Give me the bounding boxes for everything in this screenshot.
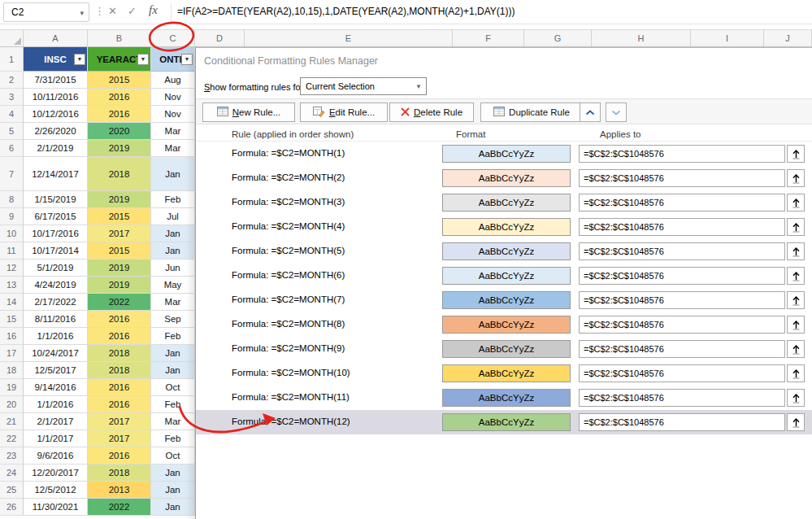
row-header[interactable]: 24 bbox=[0, 464, 24, 482]
cell-date[interactable]: 5/1/2019 bbox=[24, 260, 88, 277]
cell-year[interactable]: 2015 bbox=[88, 72, 151, 89]
scope-dropdown[interactable]: Current Selection ▼ bbox=[300, 77, 427, 95]
filter-button-yearact[interactable]: ▼ bbox=[137, 54, 149, 65]
row-header[interactable]: 25 bbox=[0, 482, 24, 499]
column-header-b[interactable]: B bbox=[88, 30, 151, 46]
cell-month[interactable]: Jan bbox=[151, 482, 195, 499]
row-header[interactable]: 16 bbox=[0, 328, 24, 345]
rule-row[interactable]: Formula: =$C2=MONTH(10) AaBbCcYyZz =$C$2… bbox=[196, 361, 812, 386]
cell-year[interactable]: 2019 bbox=[88, 140, 151, 157]
row-header[interactable]: 11 bbox=[0, 242, 24, 260]
row-header[interactable]: 15 bbox=[0, 311, 24, 328]
cell-month[interactable]: May bbox=[151, 277, 195, 294]
cell-header-month[interactable]: ONTH ▼ bbox=[151, 47, 195, 72]
cell-year[interactable]: 2019 bbox=[88, 191, 151, 208]
cell-month[interactable]: Aug bbox=[151, 72, 195, 89]
cell-date[interactable]: 1/1/2017 bbox=[24, 430, 88, 447]
cell-year[interactable]: 2017 bbox=[88, 225, 151, 242]
cell-date[interactable]: 8/11/2016 bbox=[24, 311, 88, 328]
column-header-e[interactable]: E bbox=[245, 30, 453, 46]
column-header-g[interactable]: G bbox=[524, 30, 592, 46]
delete-rule-button[interactable]: Delete Rule bbox=[389, 102, 474, 122]
column-header-j[interactable]: J bbox=[764, 30, 812, 46]
edit-rule-button[interactable]: Edit Rule... bbox=[300, 102, 388, 122]
formula-bar-splitter-icon[interactable]: ⋮ bbox=[94, 5, 105, 17]
row-header[interactable]: 2 bbox=[0, 72, 24, 89]
applies-to-input[interactable]: =$C$2:$C$1048576 bbox=[579, 145, 785, 163]
cell-year[interactable]: 2022 bbox=[88, 294, 151, 311]
column-header-a[interactable]: A bbox=[24, 30, 88, 46]
cell-date[interactable]: 12/5/2017 bbox=[24, 362, 88, 379]
cell-month[interactable]: Jan bbox=[151, 225, 195, 242]
rule-row[interactable]: Formula: =$C2=MONTH(4) AaBbCcYyZz =$C$2:… bbox=[196, 215, 812, 239]
cell-month[interactable]: Jan bbox=[151, 499, 195, 516]
column-header-f[interactable]: F bbox=[453, 30, 524, 46]
cell-year[interactable]: 2016 bbox=[88, 447, 151, 464]
select-all-corner[interactable] bbox=[0, 30, 24, 46]
rule-row[interactable]: Formula: =$C2=MONTH(1) AaBbCcYyZz =$C$2:… bbox=[196, 142, 812, 166]
cell-year[interactable]: 2017 bbox=[88, 430, 151, 447]
cell-date[interactable]: 12/14/2017 bbox=[24, 157, 88, 191]
cell-date[interactable]: 2/1/2019 bbox=[24, 140, 88, 157]
applies-to-input[interactable]: =$C$2:$C$1048576 bbox=[579, 169, 785, 187]
column-header-c[interactable]: C bbox=[151, 30, 195, 46]
cell-date[interactable]: 10/24/2017 bbox=[24, 345, 88, 362]
row-header[interactable]: 8 bbox=[0, 191, 24, 208]
cell-month[interactable]: Jan bbox=[151, 362, 195, 379]
cell-date[interactable]: 2/17/2022 bbox=[24, 294, 88, 311]
cell-year[interactable]: 2018 bbox=[88, 157, 151, 191]
row-header[interactable]: 12 bbox=[0, 260, 24, 277]
applies-to-input[interactable]: =$C$2:$C$1048576 bbox=[579, 267, 785, 285]
rule-row[interactable]: Formula: =$C2=MONTH(2) AaBbCcYyZz =$C$2:… bbox=[196, 166, 812, 190]
cell-year[interactable]: 2015 bbox=[88, 208, 151, 225]
cell-year[interactable]: 2016 bbox=[88, 311, 151, 328]
cell-month[interactable]: Oct bbox=[151, 379, 195, 396]
row-header[interactable]: 3 bbox=[0, 89, 24, 106]
applies-to-input[interactable]: =$C$2:$C$1048576 bbox=[579, 340, 785, 358]
cell-year[interactable]: 2019 bbox=[88, 260, 151, 277]
cell-month[interactable]: Feb bbox=[151, 396, 195, 413]
cell-month[interactable]: Jun bbox=[151, 260, 195, 277]
cell-header-yearact[interactable]: YEARACT ▼ bbox=[88, 47, 151, 72]
collapse-dialog-button[interactable] bbox=[787, 145, 805, 163]
cell-month[interactable]: Feb bbox=[151, 191, 195, 208]
cancel-icon[interactable]: ✕ bbox=[108, 5, 117, 17]
row-header[interactable]: 26 bbox=[0, 499, 24, 516]
rule-row[interactable]: Formula: =$C2=MONTH(12) AaBbCcYyZz =$C$2… bbox=[196, 410, 812, 434]
applies-to-input[interactable]: =$C$2:$C$1048576 bbox=[579, 242, 785, 260]
name-box-dropdown-icon[interactable]: ▾ bbox=[80, 9, 84, 17]
cell-date[interactable]: 4/24/2019 bbox=[24, 277, 88, 294]
cell-date[interactable]: 11/30/2021 bbox=[24, 499, 88, 516]
applies-to-input[interactable]: =$C$2:$C$1048576 bbox=[579, 364, 785, 382]
rule-row[interactable]: Formula: =$C2=MONTH(3) AaBbCcYyZz =$C$2:… bbox=[196, 190, 812, 215]
cell-date[interactable]: 10/17/2016 bbox=[24, 225, 88, 242]
cell-month[interactable]: Mar bbox=[151, 294, 195, 311]
cell-date[interactable]: 10/17/2014 bbox=[24, 242, 88, 260]
row-header[interactable]: 18 bbox=[0, 362, 24, 379]
cell-year[interactable]: 2019 bbox=[88, 277, 151, 294]
cell-month[interactable]: Jan bbox=[151, 242, 195, 260]
row-header[interactable]: 1 bbox=[0, 47, 24, 72]
duplicate-rule-button[interactable]: Duplicate Rule bbox=[480, 102, 583, 122]
move-down-button[interactable] bbox=[606, 102, 627, 122]
cell-month[interactable]: Feb bbox=[151, 328, 195, 345]
cell-month[interactable]: Mar bbox=[151, 123, 195, 140]
cell-month[interactable]: Jan bbox=[151, 345, 195, 362]
filter-button-insc[interactable]: ▼ bbox=[74, 54, 85, 65]
collapse-dialog-button[interactable] bbox=[787, 218, 805, 236]
cell-year[interactable]: 2016 bbox=[88, 328, 151, 345]
rule-row[interactable]: Formula: =$C2=MONTH(9) AaBbCcYyZz =$C$2:… bbox=[196, 337, 812, 361]
cell-month[interactable]: Sep bbox=[151, 311, 195, 328]
collapse-dialog-button[interactable] bbox=[787, 389, 805, 407]
cell-year[interactable]: 2016 bbox=[88, 379, 151, 396]
column-header-d[interactable]: D bbox=[195, 30, 245, 46]
collapse-dialog-button[interactable] bbox=[787, 242, 805, 260]
enter-icon[interactable]: ✓ bbox=[128, 5, 137, 17]
rule-row[interactable]: Formula: =$C2=MONTH(8) AaBbCcYyZz =$C$2:… bbox=[196, 312, 812, 337]
row-header[interactable]: 22 bbox=[0, 430, 24, 447]
row-header[interactable]: 10 bbox=[0, 225, 24, 242]
cell-month[interactable]: Feb bbox=[151, 430, 195, 447]
row-header[interactable]: 7 bbox=[0, 157, 24, 191]
cell-month[interactable]: Jul bbox=[151, 208, 195, 225]
cell-date[interactable]: 2/1/2017 bbox=[24, 413, 88, 430]
